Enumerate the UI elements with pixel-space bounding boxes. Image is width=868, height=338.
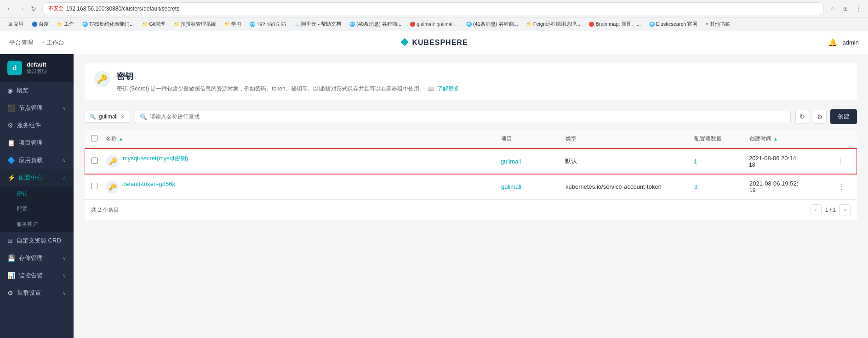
notification-icon[interactable]: 🔔 <box>828 38 837 47</box>
sidebar-item-monitoring[interactable]: 📊 监控告警 ∨ <box>0 267 74 284</box>
row1-name[interactable]: mysql-secret(mysql密钥) <box>123 154 188 163</box>
bookmark-label: Brain map: 脑图、... <box>595 21 640 28</box>
address-bar[interactable]: 不安全 192.168.56.100:30880/clusters/defaul… <box>42 2 824 15</box>
bookmark-192[interactable]: 🌐 192.168.5.65 <box>246 20 290 28</box>
search-icon: 🔍 <box>140 113 147 120</box>
bookmark-study[interactable]: 📁 学习 <box>221 19 245 29</box>
row1-type: 默认 <box>565 157 694 165</box>
settings-button[interactable]: ⚙ <box>813 110 827 124</box>
name-col-header[interactable]: 名称 ▲ <box>106 135 501 143</box>
study-icon: 📁 <box>224 22 230 27</box>
bookmark-elasticsearch[interactable]: 🌐 Elasticsearch 官网 <box>645 19 701 29</box>
bookmark-trs[interactable]: 🌐 TRS集约化智能门... <box>79 19 137 29</box>
select-all-checkbox[interactable] <box>91 135 97 141</box>
sidebar-item-crd[interactable]: ⊞ 自定义资源 CRD <box>0 232 74 249</box>
search-box[interactable]: 🔍 <box>135 111 791 123</box>
sidebar-item-nodes[interactable]: ⬛ 节点管理 ∨ <box>0 99 74 117</box>
workloads-chevron-icon: ∨ <box>63 158 66 163</box>
back-button[interactable]: ← <box>5 4 15 14</box>
filter-clear-button[interactable]: ✕ <box>120 113 125 120</box>
bookmark-work[interactable]: 📁 工作 <box>53 19 78 29</box>
cluster-header[interactable]: d default 集群管理 <box>0 54 74 82</box>
search-input[interactable] <box>150 113 786 120</box>
bookmark-more[interactable]: » 其他书签 <box>702 19 734 29</box>
dot-icon: • <box>42 39 45 46</box>
menu-button[interactable]: ⋮ <box>853 4 863 14</box>
bookmark-git[interactable]: 📁 Git管理 <box>138 19 169 29</box>
bookmark-gulimall2[interactable]: 🌐 (41条消息) 谷粒商... <box>463 19 522 29</box>
elasticsearch-icon: 🌐 <box>649 22 655 27</box>
extensions-button[interactable]: ⊞ <box>840 4 851 14</box>
bookmark-star-button[interactable]: ☆ <box>828 4 838 14</box>
sidebar-item-services[interactable]: ⚙ 服务组件 <box>0 117 74 134</box>
sidebar-item-config[interactable]: ⚡ 配置中心 ∧ <box>0 169 74 186</box>
row2-project[interactable]: gulimall <box>501 183 565 190</box>
platform-mgmt-link[interactable]: 平台管理 <box>9 37 33 49</box>
sidebar-item-storage[interactable]: 💾 存储管理 ∨ <box>0 249 74 267</box>
row2-action-menu[interactable]: ⋮ <box>832 182 851 191</box>
row1-checkbox[interactable] <box>91 158 98 164</box>
table-row: 🔑 default-token-g856k - gulimall kuberne… <box>85 175 857 199</box>
sidebar-label-config: 配置中心 <box>19 174 43 182</box>
page-description-text: 密钥 (Secret) 是一种包含少量敏感信息的资源对象，例如密码、token、… <box>117 84 425 93</box>
browser-nav-buttons: ← → ↻ <box>5 4 39 14</box>
row1-time-sec: 18 <box>749 162 832 168</box>
row2-name[interactable]: default-token-g856k <box>122 180 175 187</box>
sidebar-item-overview-left: ◉ 概览 <box>7 86 29 95</box>
bookmark-label: 应用 <box>13 21 23 28</box>
feign-icon: 📁 <box>526 22 532 27</box>
page-info: 1 / 1 <box>825 207 836 213</box>
sidebar-sub-secrets[interactable]: 密钥 <box>0 186 74 202</box>
cluster-settings-icon: ⚙ <box>7 289 13 297</box>
trs-icon: 🌐 <box>82 22 88 27</box>
create-button[interactable]: 创建 <box>830 109 857 124</box>
filter-label: gulimall <box>99 113 118 120</box>
bookmark-gulimall1[interactable]: 🌐 (40条消息) 谷粒商... <box>346 19 405 29</box>
config-count-col-label: 配置项数量 <box>694 135 722 143</box>
sidebar-item-nodes-left: ⬛ 节点管理 <box>7 104 43 112</box>
bookmark-label: (40条消息) 谷粒商... <box>356 21 401 28</box>
baidu-icon: 🔵 <box>32 22 37 27</box>
sidebar-label-workloads: 应用负载 <box>19 156 43 164</box>
toolbar: 🔍 gulimall ✕ 🔍 ↻ ⚙ 创建 <box>85 109 857 124</box>
sidebar-item-workloads[interactable]: 🔷 应用负载 ∨ <box>0 152 74 169</box>
forward-button[interactable]: → <box>17 4 27 14</box>
row1-action-menu[interactable]: ⋮ <box>832 157 850 166</box>
learn-more-link[interactable]: 了解更多 <box>437 84 459 93</box>
sidebar-item-projects[interactable]: 📋 项目管理 <box>0 134 74 152</box>
row2-checkbox[interactable] <box>91 183 97 189</box>
bookmark-label: 192.168.5.65 <box>257 22 286 27</box>
created-col-header[interactable]: 创建时间 ▲ <box>749 135 832 143</box>
bookmark-aliyun[interactable]: ☁️ 阿里云 - 帮助文档 <box>291 19 345 29</box>
storage-chevron-icon: ∨ <box>63 255 66 261</box>
next-page-button[interactable]: › <box>839 204 851 215</box>
page-desc: 密钥 (Secret) 是一种包含少量敏感信息的资源对象，例如密码、token、… <box>117 84 848 93</box>
app-container: 平台管理 • 工作台 ❖ KUBESPHERE 🔔 admin d defaul… <box>0 31 868 338</box>
sidebar-item-cluster-settings[interactable]: ⚙ 集群设置 ∨ <box>0 284 74 302</box>
storage-icon: 💾 <box>7 254 15 262</box>
sidebar-sub-serviceaccounts[interactable]: 服务帐户 <box>0 217 74 232</box>
admin-user[interactable]: admin <box>843 39 859 46</box>
bookmark-label: TRS集约化智能门... <box>89 21 134 28</box>
bookmark-apps[interactable]: ⊞ 应用 <box>5 19 27 29</box>
sidebar-item-monitoring-left: 📊 监控告警 <box>7 271 43 280</box>
git-icon: 📁 <box>142 22 148 27</box>
row1-project[interactable]: gulimall <box>501 158 565 165</box>
bookmark-bidding[interactable]: 📁 招投标管理系统 <box>170 19 220 29</box>
bookmark-baidu[interactable]: 🔵 百度 <box>28 19 52 29</box>
learn-more-icon: 📖 <box>428 84 434 93</box>
refresh-button[interactable]: ↻ <box>795 110 809 124</box>
reload-button[interactable]: ↻ <box>29 4 39 14</box>
bookmark-brainmap[interactable]: 🔴 Brain map: 脑图、... <box>585 19 644 29</box>
sidebar-item-overview[interactable]: ◉ 概览 <box>0 82 74 99</box>
bookmark-gulimall-g[interactable]: 🔴 gulimall: gulimall... <box>406 20 462 28</box>
bookmark-feign[interactable]: 📁 Feign远程调用原理... <box>523 19 584 29</box>
sidebar-sub-configmaps[interactable]: 配置 <box>0 202 74 217</box>
type-col-label: 类型 <box>565 135 577 143</box>
prev-page-button[interactable]: ‹ <box>811 204 822 215</box>
gulimall1-icon: 🌐 <box>349 22 355 27</box>
row1-time-cell: 2021-08-06 20:14: 18 <box>749 155 832 168</box>
bookmarks-bar: ⊞ 应用 🔵 百度 📁 工作 🌐 TRS集约化智能门... 📁 Git管理 📁 … <box>0 17 868 31</box>
nodes-icon: ⬛ <box>7 104 15 112</box>
workbench-link[interactable]: • 工作台 <box>42 37 64 49</box>
